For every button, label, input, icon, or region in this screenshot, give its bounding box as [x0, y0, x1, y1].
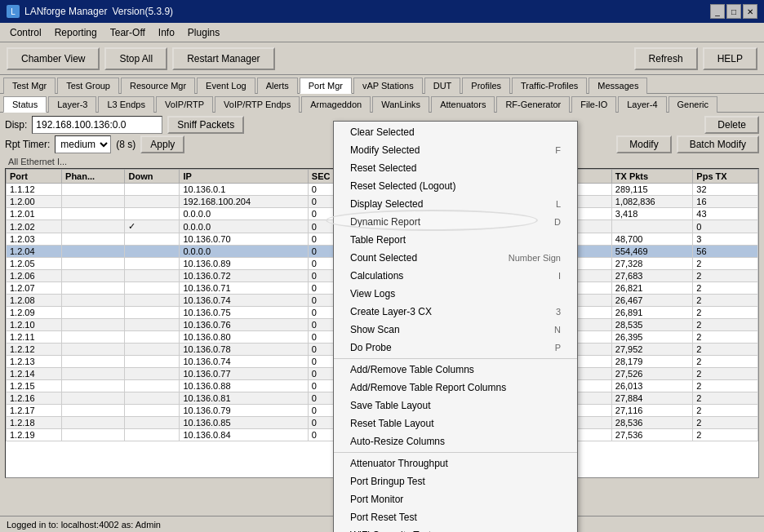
tab-resource-mgr[interactable]: Resource Mgr	[121, 78, 195, 94]
cell-16-0: 1.2.15	[7, 380, 62, 392]
help-button[interactable]: HELP	[703, 47, 757, 70]
tab-alerts[interactable]: Alerts	[257, 78, 298, 94]
menu-reporting[interactable]: Reporting	[48, 25, 104, 40]
batch-modify-button[interactable]: Batch Modify	[677, 135, 759, 153]
ctx-item-0[interactable]: Clear Selected	[334, 123, 577, 141]
ctx-item-14[interactable]: Add/Remove Table Report Columns	[334, 379, 577, 397]
cell-7-0: 1.2.06	[7, 270, 62, 282]
cell-19-2	[125, 417, 180, 429]
ctx-item-label: Save Table Layout	[350, 400, 431, 411]
ctx-item-11[interactable]: Show ScanN	[334, 321, 577, 339]
cell-16-3: 10.136.0.88	[180, 380, 308, 392]
tab-traffic-profiles[interactable]: Traffic-Profiles	[512, 78, 587, 94]
cell-14-1	[62, 356, 125, 368]
cell-3-1	[62, 220, 125, 233]
tab-attenuators[interactable]: Attenuators	[431, 96, 495, 113]
tab-messages[interactable]: Messages	[589, 78, 647, 94]
ctx-shortcut: D	[554, 217, 561, 227]
menu-control[interactable]: Control	[3, 25, 48, 40]
tab-generic[interactable]: Generic	[668, 96, 718, 113]
menu-plugins[interactable]: Plugins	[181, 25, 226, 40]
tab-rf-generator[interactable]: RF-Generator	[496, 96, 570, 113]
cell-8-1	[62, 282, 125, 295]
cell-15-1	[62, 368, 125, 380]
ctx-item-20[interactable]: Port Monitor	[334, 490, 577, 508]
tab-vap-stations[interactable]: vAP Stations	[353, 78, 423, 94]
cell-17-3: 10.136.0.81	[180, 392, 308, 405]
status-text: Logged in to: localhost:4002 as: Admin	[7, 520, 161, 530]
cell-7-3: 10.136.0.72	[180, 270, 308, 282]
ctx-item-19[interactable]: Port Bringup Test	[334, 472, 577, 490]
cell-13-2	[125, 344, 180, 356]
ctx-item-17[interactable]: Auto-Resize Columns	[334, 432, 577, 450]
cell-4-3: 10.136.0.70	[180, 233, 308, 246]
tab-file-io[interactable]: File-IO	[571, 96, 616, 113]
ctx-item-8[interactable]: CalculationsI	[334, 267, 577, 285]
disp-input[interactable]	[32, 116, 162, 134]
ctx-item-7[interactable]: Count SelectedNumber Sign	[334, 249, 577, 267]
sniff-packets-button[interactable]: Sniff Packets	[167, 116, 244, 134]
cell-11-2	[125, 319, 180, 331]
rpt-timer-extra: (8 s)	[116, 139, 135, 150]
ctx-item-2[interactable]: Reset Selected	[334, 159, 577, 177]
delete-button[interactable]: Delete	[704, 116, 759, 134]
cell-3-2: ✓	[125, 220, 180, 233]
tab-dut[interactable]: DUT	[424, 78, 461, 94]
chamber-view-button[interactable]: Chamber View	[7, 47, 100, 70]
cell-6-0: 1.2.05	[7, 258, 62, 270]
tab-layer4[interactable]: Layer-4	[618, 96, 666, 113]
tab-voip-rtp-endps[interactable]: VoIP/RTP Endps	[215, 96, 300, 113]
ctx-item-6[interactable]: Table Report	[334, 231, 577, 249]
ctx-item-22[interactable]: WiFi Capacity Test	[334, 526, 577, 532]
maximize-button[interactable]: □	[726, 4, 741, 19]
ctx-item-12[interactable]: Do ProbeP	[334, 339, 577, 357]
apply-button[interactable]: Apply	[140, 135, 184, 153]
tab-port-mgr[interactable]: Port Mgr	[300, 78, 352, 94]
restart-manager-button[interactable]: Restart Manager	[172, 47, 274, 70]
refresh-button[interactable]: Refresh	[634, 47, 698, 70]
ctx-item-13[interactable]: Add/Remove Table Columns	[334, 361, 577, 379]
col-down: Down	[125, 170, 180, 184]
ctx-item-label: Show Scan	[350, 324, 400, 335]
cell-4-9: 3	[693, 233, 758, 246]
cell-19-0: 1.2.18	[7, 417, 62, 429]
tab-status[interactable]: Status	[3, 96, 47, 113]
ctx-item-18[interactable]: Attenuator Throughput	[334, 454, 577, 472]
cell-16-2	[125, 380, 180, 392]
menu-info[interactable]: Info	[152, 25, 181, 40]
cell-5-1	[62, 246, 125, 258]
cell-1-0: 1.2.00	[7, 196, 62, 208]
tab-layer3[interactable]: Layer-3	[48, 96, 96, 113]
ctx-shortcut: L	[556, 199, 561, 209]
ctx-item-15[interactable]: Save Table Layout	[334, 397, 577, 415]
stop-all-button[interactable]: Stop All	[104, 47, 167, 70]
cell-7-8: 27,683	[611, 270, 693, 282]
ctx-item-label: Modify Selected	[350, 144, 420, 156]
ctx-item-1[interactable]: Modify SelectedF	[334, 141, 577, 159]
ctx-item-21[interactable]: Port Reset Test	[334, 508, 577, 526]
cell-2-9: 43	[693, 208, 758, 220]
ctx-shortcut: F	[555, 145, 561, 155]
ctx-item-3[interactable]: Reset Selected (Logout)	[334, 177, 577, 195]
tab-event-log[interactable]: Event Log	[197, 78, 255, 94]
tab-l3-endps[interactable]: L3 Endps	[98, 96, 153, 113]
menu-tearoff[interactable]: Tear-Off	[104, 25, 152, 40]
tab-test-mgr[interactable]: Test Mgr	[3, 78, 56, 94]
tab-wanlinks[interactable]: WanLinks	[372, 96, 429, 113]
close-button[interactable]: ✕	[743, 4, 757, 19]
ctx-item-16[interactable]: Reset Table Layout	[334, 415, 577, 432]
cell-20-3: 10.136.0.84	[180, 429, 308, 441]
tab-armageddon[interactable]: Armageddon	[301, 96, 371, 113]
ctx-item-4[interactable]: Display SelectedL	[334, 195, 577, 213]
rpt-timer-select[interactable]: medium fast slow	[55, 135, 111, 153]
ctx-item-10[interactable]: Create Layer-3 CX3	[334, 303, 577, 321]
cell-9-0: 1.2.08	[7, 295, 62, 307]
tab-profiles[interactable]: Profiles	[462, 78, 510, 94]
tab-voip-rtp[interactable]: VoIP/RTP	[156, 96, 213, 113]
ctx-item-5[interactable]: Dynamic ReportD	[334, 213, 577, 231]
cell-9-2	[125, 295, 180, 307]
minimize-button[interactable]: _	[710, 4, 725, 19]
tab-test-group[interactable]: Test Group	[57, 78, 119, 94]
modify-button[interactable]: Modify	[616, 135, 671, 153]
ctx-item-9[interactable]: View Logs	[334, 285, 577, 303]
